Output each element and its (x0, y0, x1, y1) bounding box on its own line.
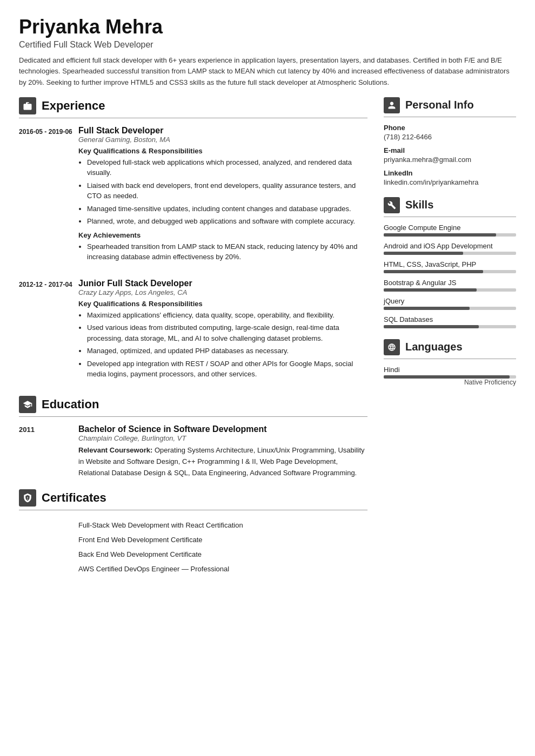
experience-icon (19, 97, 36, 114)
list-item: Front End Web Development Certificate (19, 532, 367, 547)
experience-header: Experience (19, 97, 367, 114)
job-1-qualifications: Developed full-stack web applications wh… (78, 157, 367, 227)
skills-header: Skills (384, 197, 516, 213)
skill-item: SQL Databases (384, 315, 516, 328)
list-item: Managed time-sensitive updates, includin… (87, 204, 367, 214)
list-item: Maximized applications' efficiency, data… (87, 310, 367, 321)
experience-title: Experience (42, 99, 105, 113)
edu-entry-1: 2011 Bachelor of Science in Software Dev… (19, 424, 367, 478)
certificates-divider (19, 510, 367, 510)
email-label: E-mail (384, 146, 516, 154)
job-1-qual-title: Key Qualifications & Responsibilities (78, 147, 367, 155)
languages-divider (384, 359, 516, 359)
education-title: Education (42, 397, 99, 411)
job-1-achievements-title: Key Achievements (78, 231, 367, 239)
skill-bar-fill (384, 252, 463, 255)
list-item: Back End Web Development Certificate (19, 547, 367, 562)
skill-bar-fill (384, 325, 479, 328)
list-item: Managed, optimized, and updated PHP data… (87, 346, 367, 356)
education-divider (19, 416, 367, 417)
skill-name: Google Compute Engine (384, 224, 516, 232)
candidate-subtitle: Certified Full Stack Web Developer (19, 40, 516, 50)
experience-section: Experience 2016-05 - 2019-06 Full Stack … (19, 97, 367, 384)
skill-bar-bg (384, 233, 516, 237)
skill-name: Bootstrap & Angular JS (384, 279, 516, 287)
job-2-qualifications: Maximized applications' efficiency, data… (78, 310, 367, 380)
skills-divider (384, 217, 516, 217)
skill-item: Google Compute Engine (384, 224, 516, 237)
skill-name: HTML, CSS, JavaScript, PHP (384, 260, 516, 268)
candidate-name: Priyanka Mehra (19, 16, 516, 38)
list-item: Developed app integration with REST / SO… (87, 359, 367, 380)
linkedin-label: LinkedIn (384, 169, 516, 177)
list-item: Liaised with back end developers, front … (87, 180, 367, 201)
job-2-qual-title: Key Qualifications & Responsibilities (78, 300, 367, 308)
phone-value: (718) 212-6466 (384, 133, 516, 141)
edu-degree: Bachelor of Science in Software Developm… (78, 424, 367, 434)
edu-year: 2011 (19, 424, 78, 478)
job-1-content: Full Stack Developer General Gaming, Bos… (78, 126, 367, 267)
skill-name: jQuery (384, 297, 516, 305)
list-item: AWS Certified DevOps Engineer — Professi… (19, 562, 367, 576)
certificates-header: Certificates (19, 489, 367, 507)
main-columns: Experience 2016-05 - 2019-06 Full Stack … (19, 97, 516, 587)
skill-bar-bg (384, 252, 516, 255)
language-item: Hindi Native Proficiency (384, 366, 516, 386)
linkedin-value: linkedin.com/in/priyankamehra (384, 178, 516, 186)
candidate-summary: Dedicated and efficient full stack devel… (19, 55, 516, 89)
coursework-label: Relevant Coursework: (78, 446, 152, 454)
personal-info-icon (384, 97, 400, 113)
job-entry-2: 2012-12 - 2017-04 Junior Full Stack Deve… (19, 279, 367, 384)
education-icon (19, 396, 36, 413)
language-level: Native Proficiency (384, 379, 516, 386)
languages-container: Hindi Native Proficiency (384, 366, 516, 386)
skill-bar-fill (384, 270, 483, 273)
phone-label: Phone (384, 124, 516, 132)
job-1-achievements: Spearheaded transition from LAMP stack t… (78, 241, 367, 262)
skill-bar-fill (384, 307, 470, 310)
certificates-icon (19, 489, 36, 507)
edu-school: Champlain College, Burlington, VT (78, 434, 367, 442)
personal-info-header: Personal Info (384, 97, 516, 113)
personal-info-divider (384, 117, 516, 117)
languages-section: Languages Hindi Native Proficiency (384, 339, 516, 386)
certificates-section: Certificates Full-Stack Web Development … (19, 489, 367, 576)
job-1-company: General Gaming, Boston, MA (78, 136, 367, 144)
resume-page: Priyanka Mehra Certified Full Stack Web … (0, 0, 535, 609)
skills-section: Skills Google Compute Engine Android and… (384, 197, 516, 328)
left-column: Experience 2016-05 - 2019-06 Full Stack … (19, 97, 367, 587)
skill-bar-bg (384, 307, 516, 310)
list-item: Full-Stack Web Development with React Ce… (19, 518, 367, 532)
right-column: Personal Info Phone (718) 212-6466 E-mai… (384, 97, 516, 587)
edu-coursework: Relevant Coursework: Operating Systems A… (78, 445, 367, 478)
personal-info-title: Personal Info (405, 99, 474, 111)
skill-item: HTML, CSS, JavaScript, PHP (384, 260, 516, 273)
languages-header: Languages (384, 339, 516, 355)
skill-bar-fill (384, 288, 477, 292)
languages-icon (384, 339, 400, 355)
job-2-title: Junior Full Stack Developer (78, 279, 367, 288)
job-entry-1: 2016-05 - 2019-06 Full Stack Developer G… (19, 126, 367, 267)
resume-header: Priyanka Mehra Certified Full Stack Web … (19, 16, 516, 89)
email-value: priyanka.mehra@gmail.com (384, 156, 516, 164)
list-item: Spearheaded transition from LAMP stack t… (87, 241, 367, 262)
skill-bar-fill (384, 233, 496, 237)
education-header: Education (19, 396, 367, 413)
skills-title: Skills (405, 199, 433, 211)
list-item: Used various ideas from distributed comp… (87, 322, 367, 343)
personal-info-section: Personal Info Phone (718) 212-6466 E-mai… (384, 97, 516, 186)
job-2-content: Junior Full Stack Developer Crazy Lazy A… (78, 279, 367, 384)
skills-icon (384, 197, 400, 213)
experience-divider (19, 118, 367, 118)
skills-container: Google Compute Engine Android and iOS Ap… (384, 224, 516, 328)
job-2-dates: 2012-12 - 2017-04 (19, 279, 78, 384)
education-section: Education 2011 Bachelor of Science in So… (19, 396, 367, 478)
skill-item: Android and iOS App Development (384, 242, 516, 255)
certificates-list: Full-Stack Web Development with React Ce… (19, 518, 367, 576)
edu-content: Bachelor of Science in Software Developm… (78, 424, 367, 478)
skill-name: Android and iOS App Development (384, 242, 516, 250)
certificates-title: Certificates (42, 491, 106, 505)
list-item: Planned, wrote, and debugged web applica… (87, 216, 367, 227)
list-item: Developed full-stack web applications wh… (87, 157, 367, 178)
skill-name: SQL Databases (384, 315, 516, 323)
